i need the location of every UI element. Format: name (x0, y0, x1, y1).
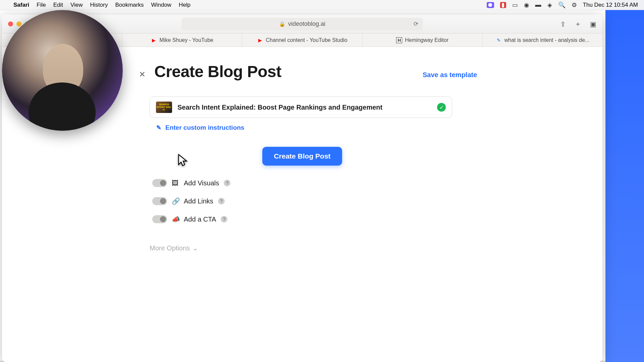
tab-label: Channel content - YouTube Studio (266, 37, 347, 43)
tab-label: Hemingway Editor (405, 37, 448, 43)
more-options-label: More Options (150, 244, 190, 252)
favicon-feather-icon: ✎ (496, 37, 502, 43)
create-blog-post-button[interactable]: Create Blog Post (262, 147, 342, 166)
custom-instructions-label: Enter custom instructions (165, 124, 244, 131)
image-icon: 🖼 (172, 179, 179, 187)
share-icon[interactable]: ⇪ (560, 20, 566, 28)
page-title: Create Blog Post (154, 62, 281, 81)
favicon-youtube-icon: ▶ (257, 37, 263, 43)
menu-file[interactable]: File (37, 2, 46, 8)
tab-label: what is search intent - analysis de... (504, 37, 589, 43)
app-name[interactable]: Safari (13, 2, 29, 8)
status-spotlight-icon[interactable]: 🔍 (558, 1, 566, 9)
status-control-center-icon[interactable]: ⚙ (572, 1, 577, 9)
status-screen-mirror-icon[interactable]: ◉ (524, 1, 529, 9)
help-icon[interactable]: ? (224, 180, 230, 186)
menu-history[interactable]: History (90, 2, 108, 8)
tab-label: Mike Shuey - YouTube (160, 37, 213, 43)
tab-search-intent[interactable]: ✎ what is search intent - analysis de... (483, 34, 602, 47)
reload-icon[interactable]: ⟳ (414, 20, 418, 27)
menu-window[interactable]: Window (151, 2, 171, 8)
tab-youtube-channel[interactable]: ▶ Mike Shuey - YouTube (122, 34, 242, 47)
tab-overview-icon[interactable]: ▣ (590, 20, 596, 28)
presenter-webcam-overlay (2, 10, 123, 131)
custom-instructions-link[interactable]: ✎ Enter custom instructions (156, 124, 244, 131)
macos-menubar: Safari File Edit View History Bookmarks … (0, 0, 644, 10)
check-badge-icon: ✓ (437, 103, 446, 112)
menu-help[interactable]: Help (179, 2, 191, 8)
help-icon[interactable]: ? (221, 216, 227, 223)
window-minimize-icon[interactable] (16, 21, 21, 26)
desktop-background (605, 0, 644, 362)
favicon-youtube-icon: ▶ (151, 37, 157, 43)
tab-youtube-studio[interactable]: ▶ Channel content - YouTube Studio (242, 34, 362, 47)
help-icon[interactable]: ? (218, 198, 225, 204)
option-label: Add Visuals (184, 179, 219, 187)
megaphone-icon: 📣 (172, 215, 179, 223)
chevron-down-icon: ⌄ (193, 244, 198, 252)
menu-view[interactable]: View (70, 2, 83, 8)
close-icon[interactable]: ✕ (139, 70, 146, 79)
pencil-icon: ✎ (156, 124, 161, 131)
more-options-toggle[interactable]: More Options ⌄ (150, 244, 198, 252)
tab-hemingway[interactable]: H Hemingway Editor (363, 34, 483, 47)
link-icon: 🔗 (172, 197, 179, 205)
status-facetime-icon[interactable]: ▭ (512, 1, 518, 9)
favicon-h-icon: H (396, 37, 402, 43)
option-label: Add a CTA (184, 216, 216, 223)
address-bar[interactable]: 🔒 videotoblog.ai ⟳ (181, 18, 423, 31)
option-add-links: 🔗 Add Links ? (152, 197, 225, 205)
window-close-icon[interactable] (8, 21, 13, 26)
menubar-clock[interactable]: Thu Dec 12 10:54 AM (583, 2, 638, 8)
option-label: Add Links (184, 197, 213, 205)
status-app-icon[interactable]: ▮ (500, 2, 506, 8)
status-battery-icon[interactable]: ▬ (535, 1, 541, 8)
status-wifi-icon[interactable]: ◈ (547, 1, 552, 9)
save-template-link[interactable]: Save as template (423, 71, 477, 79)
option-add-visuals: 🖼 Add Visuals ? (152, 179, 230, 187)
option-add-cta: 📣 Add a CTA ? (152, 215, 227, 223)
toggle-add-links[interactable] (152, 197, 167, 205)
menu-edit[interactable]: Edit (53, 2, 63, 8)
video-title: Search Intent Explained: Boost Page Rank… (177, 104, 382, 111)
source-video-card[interactable]: SEARCH INTENT NAIL IT. Search Intent Exp… (150, 97, 452, 118)
address-text: videotoblog.ai (288, 20, 325, 27)
lock-icon: 🔒 (279, 21, 285, 27)
new-tab-icon[interactable]: ＋ (575, 19, 581, 28)
video-thumbnail: SEARCH INTENT NAIL IT. (156, 102, 172, 113)
status-recording-icon[interactable]: ⏺ (487, 2, 494, 8)
toggle-add-visuals[interactable] (152, 179, 167, 187)
thumb-text: SEARCH INTENT NAIL IT. (156, 103, 172, 111)
menu-bookmarks[interactable]: Bookmarks (115, 2, 144, 8)
toggle-add-cta[interactable] (152, 215, 167, 223)
